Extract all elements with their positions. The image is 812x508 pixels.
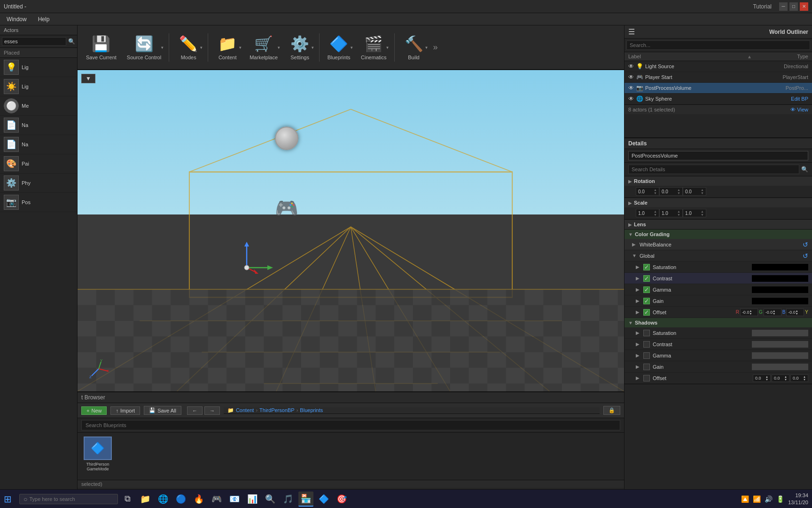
visibility-icon[interactable]: 👁 — [628, 85, 634, 91]
shadow-gamma-checkbox[interactable] — [643, 352, 650, 359]
visibility-icon[interactable]: 👁 — [628, 63, 634, 70]
list-item[interactable]: ⚪ Me — [0, 96, 77, 116]
scale-y[interactable]: 1.0▲▼ — [659, 209, 683, 217]
gain-checkbox[interactable]: ✓ — [643, 298, 650, 304]
color-grading-header[interactable]: ▼ Color Grading — [625, 230, 812, 239]
content-button[interactable]: 📁 Content — [211, 27, 244, 67]
scale-x[interactable]: 1.0▲▼ — [636, 209, 659, 217]
rotation-z[interactable]: 0.0▲▼ — [683, 187, 706, 196]
outliner-search-input[interactable] — [626, 40, 810, 50]
app-icon-5[interactable]: 🎵 — [281, 492, 296, 507]
lock-button[interactable]: 🔒 — [603, 406, 620, 415]
toolbar-expand-button[interactable]: » — [431, 40, 440, 54]
table-row[interactable]: 👁 🌐 Sky Sphere Edit BP — [625, 94, 812, 104]
left-search-input[interactable] — [2, 37, 66, 46]
build-button[interactable]: 🔨 Build — [398, 27, 430, 67]
chrome-icon[interactable]: 🔵 — [173, 492, 188, 507]
lens-header[interactable]: ▶ Lens — [625, 220, 812, 229]
shadow-gain-checkbox[interactable] — [643, 364, 650, 370]
menu-item-window[interactable]: Window — [4, 15, 30, 24]
cinematics-button[interactable]: 🎬 Cinematics — [356, 27, 391, 67]
back-button[interactable]: ← — [187, 406, 203, 415]
app-icon-6[interactable]: 🔷 — [316, 492, 331, 507]
expand-icon[interactable]: ▶ — [636, 287, 641, 292]
shadow-offset-z[interactable]: 0.0▲▼ — [790, 374, 808, 382]
table-row[interactable]: 👁 📷 PostProcessVolume PostPro... — [625, 83, 812, 94]
blueprints-button[interactable]: 🔷 Blueprints — [322, 27, 355, 67]
close-button[interactable]: ✕ — [800, 2, 808, 11]
taskbar-search-input[interactable] — [29, 496, 114, 502]
list-item[interactable]: 🔷 ThirdPersonGameMode — [81, 437, 114, 476]
breadcrumb-content[interactable]: Content — [236, 407, 254, 413]
gamma-checkbox[interactable]: ✓ — [643, 286, 650, 293]
app-icon-2[interactable]: 📧 — [227, 492, 242, 507]
list-item[interactable]: 📄 Na — [0, 116, 77, 135]
list-item[interactable]: ⚙️ Phy — [0, 174, 77, 193]
app-icon-4[interactable]: 🔍 — [263, 492, 278, 507]
visibility-icon[interactable]: 👁 — [628, 74, 634, 80]
list-item[interactable]: 💡 Lig — [0, 58, 77, 77]
rotation-header[interactable]: ▶ Rotation — [625, 176, 812, 186]
app-icon-3[interactable]: 📊 — [245, 492, 260, 507]
view-button[interactable]: 👁 View — [790, 107, 808, 112]
offset-b[interactable]: -0.0▲▼ — [786, 309, 804, 316]
marketplace-button[interactable]: 🛒 Marketplace — [245, 27, 282, 67]
list-item[interactable]: 📄 Na — [0, 135, 77, 154]
menu-item-help[interactable]: Help — [35, 15, 53, 24]
table-row[interactable]: 👁 💡 Light Source Directional — [625, 61, 812, 72]
forward-button[interactable]: → — [204, 406, 220, 415]
blender-icon[interactable]: 🔥 — [191, 492, 206, 507]
network-icon[interactable]: 📶 — [753, 495, 761, 503]
list-item[interactable]: 🎨 Pai — [0, 154, 77, 174]
new-button[interactable]: + New — [81, 406, 107, 415]
shadow-contrast-checkbox[interactable] — [643, 341, 650, 348]
edge-icon[interactable]: 🌐 — [156, 492, 171, 507]
visibility-icon[interactable]: 👁 — [628, 95, 634, 102]
modes-button[interactable]: ✏️ Modes — [172, 27, 205, 67]
app-icon-7[interactable]: 🎯 — [334, 492, 349, 507]
offset-g[interactable]: -0.0▲▼ — [764, 309, 781, 316]
maximize-button[interactable]: □ — [789, 2, 798, 11]
expand-icon[interactable]: ▶ — [636, 264, 641, 270]
battery-icon[interactable]: 🔋 — [776, 495, 784, 503]
shadow-offset-y[interactable]: 0.0▲▼ — [772, 374, 789, 382]
viewport-options-button[interactable]: ▼ — [81, 74, 95, 83]
list-item[interactable]: 📷 Pos — [0, 193, 77, 212]
minimize-button[interactable]: ─ — [779, 2, 788, 11]
rotation-x[interactable]: 0.0▲▼ — [636, 187, 659, 196]
shadow-offset-checkbox[interactable] — [643, 375, 650, 381]
rotation-y[interactable]: 0.0▲▼ — [659, 187, 683, 196]
expand-icon[interactable]: ▶ — [636, 276, 641, 281]
import-button[interactable]: ↑ Import — [110, 406, 140, 415]
task-view-icon[interactable]: ⧉ — [120, 492, 135, 507]
settings-button[interactable]: ⚙️ Settings — [283, 27, 316, 67]
tray-icon-1[interactable]: 🔼 — [741, 495, 749, 503]
details-search-input[interactable] — [628, 165, 799, 174]
expand-icon[interactable]: ▶ — [636, 364, 641, 369]
shadow-offset-x[interactable]: 0.0▲▼ — [753, 374, 771, 382]
shadows-header[interactable]: ▼ Shadows — [625, 318, 812, 327]
app-icon-1[interactable]: 🎮 — [209, 492, 224, 507]
expand-icon[interactable]: ▶ — [636, 341, 641, 347]
search-blueprints-input[interactable] — [81, 420, 620, 430]
expand-icon[interactable]: ▼ — [632, 253, 638, 258]
shadow-saturation-checkbox[interactable] — [643, 330, 650, 336]
saturation-checkbox[interactable]: ✓ — [643, 264, 650, 270]
expand-icon[interactable]: ▶ — [632, 242, 638, 247]
offset-r[interactable]: -0.0▲▼ — [740, 309, 758, 316]
expand-icon[interactable]: ▶ — [636, 330, 641, 335]
expand-icon[interactable]: ▶ — [636, 375, 641, 381]
table-row[interactable]: 👁 🎮 Player Start PlayerStart — [625, 72, 812, 83]
offset-checkbox[interactable]: ✓ — [643, 309, 650, 316]
breadcrumb-thirdperson[interactable]: ThirdPersonBP — [259, 407, 295, 413]
save-all-button[interactable]: 💾 Save All — [144, 406, 181, 415]
list-item[interactable]: ☀️ Lig — [0, 77, 77, 96]
windows-start-icon[interactable]: ⊞ — [4, 493, 12, 505]
expand-icon[interactable]: ▶ — [636, 353, 641, 358]
source-control-button[interactable]: 🔄 Source Control — [122, 27, 166, 67]
scale-z[interactable]: 1.0▲▼ — [683, 209, 706, 217]
unreal-engine-icon[interactable]: 🏪 — [298, 492, 313, 507]
reset-icon[interactable]: ↺ — [803, 252, 808, 260]
volume-icon[interactable]: 🔊 — [765, 495, 773, 503]
viewport[interactable]: 🎮 ▼ — [78, 70, 624, 391]
